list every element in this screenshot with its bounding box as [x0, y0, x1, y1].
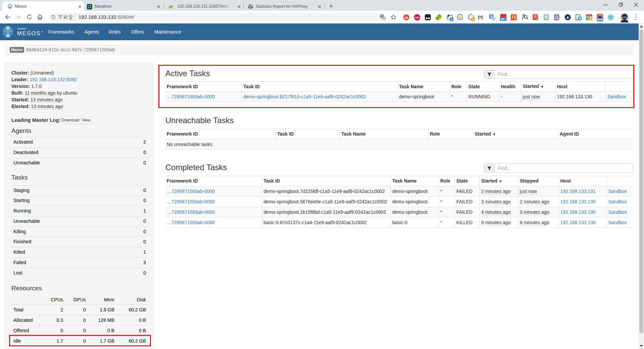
svg-text:e: e — [567, 15, 569, 20]
svg-text:99+: 99+ — [501, 17, 505, 21]
svg-text:New: New — [597, 18, 603, 21]
svg-text:ABP: ABP — [415, 16, 420, 19]
svg-text:∞: ∞ — [405, 14, 408, 20]
svg-text:1: 1 — [472, 18, 474, 21]
svg-text:1: 1 — [451, 18, 452, 21]
svg-text:S: S — [545, 15, 548, 20]
